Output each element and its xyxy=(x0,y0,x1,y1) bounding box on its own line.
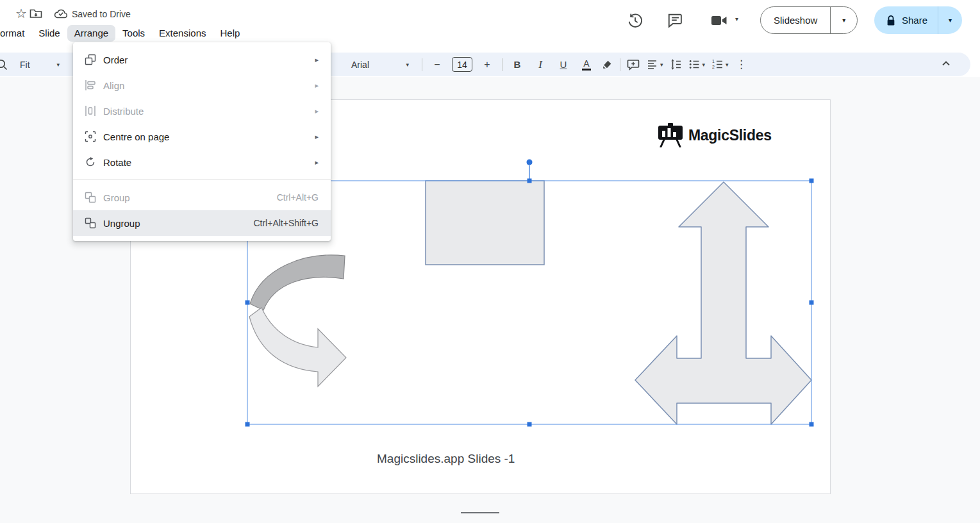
add-comment-icon[interactable] xyxy=(627,58,640,71)
bold-button[interactable]: B xyxy=(509,55,526,74)
align-control[interactable]: ▾ xyxy=(646,58,663,71)
submenu-arrow-icon: ▸ xyxy=(315,158,319,167)
menu-item-rotate[interactable]: Rotate ▸ xyxy=(73,149,331,175)
menu-extensions[interactable]: Extensions xyxy=(152,25,213,42)
share-button[interactable]: Share ▾ xyxy=(874,6,962,34)
menu-slide[interactable]: Slide xyxy=(31,25,67,42)
comments-icon[interactable] xyxy=(667,13,683,28)
bulleted-list-icon xyxy=(688,58,701,71)
move-to-folder-icon[interactable] xyxy=(29,8,42,19)
google-slides-app: MagicSlides Magicslides.app Slides -1 ☆ … xyxy=(0,0,980,523)
menu-separator xyxy=(73,179,331,180)
numbered-list-control[interactable]: 1 2 ▾ xyxy=(711,58,729,71)
decrease-font-size-button[interactable]: − xyxy=(429,55,445,74)
font-family-select[interactable]: Arial ▾ xyxy=(344,60,415,70)
star-icon[interactable]: ☆ xyxy=(15,6,27,21)
collapse-toolbar-icon[interactable] xyxy=(941,58,951,69)
speaker-notes-divider[interactable] xyxy=(461,512,499,513)
lock-icon xyxy=(886,15,896,26)
align-caret-icon: ▾ xyxy=(660,62,663,68)
toolbar-divider xyxy=(502,58,502,71)
align-icon xyxy=(646,58,658,71)
rectangle-shape[interactable] xyxy=(426,181,544,265)
font-family-value: Arial xyxy=(351,60,369,70)
grouped-shapes[interactable] xyxy=(249,181,811,424)
menubar: ormat Slide Arrange Tools Extensions Hel… xyxy=(0,24,247,42)
numbered-list-caret-icon: ▾ xyxy=(726,62,729,68)
zoom-fit-select[interactable]: Fit xyxy=(20,60,30,70)
distribute-icon xyxy=(85,105,96,117)
svg-text:2: 2 xyxy=(712,65,715,69)
meet-camera-icon[interactable] xyxy=(710,14,728,27)
bulleted-list-caret-icon: ▾ xyxy=(702,62,706,68)
order-icon xyxy=(85,54,96,65)
underline-button[interactable]: U xyxy=(555,55,572,74)
magicslides-logo-icon xyxy=(658,123,683,147)
toolbar-divider xyxy=(422,58,422,71)
more-options-icon[interactable]: ⋮ xyxy=(735,58,748,71)
rotate-icon xyxy=(85,156,96,168)
align-objects-icon xyxy=(85,79,96,91)
three-way-arrow-shape[interactable] xyxy=(635,182,811,424)
svg-text:1: 1 xyxy=(712,59,715,63)
menu-item-distribute: Distribute ▸ xyxy=(73,98,331,124)
highlight-color-icon[interactable] xyxy=(601,58,613,71)
meet-caret-icon[interactable]: ▾ xyxy=(735,15,738,22)
menu-item-align: Align ▸ xyxy=(73,72,331,98)
text-color-button[interactable]: A xyxy=(578,55,595,74)
line-spacing-icon[interactable] xyxy=(670,58,682,71)
submenu-arrow-icon: ▸ xyxy=(315,107,319,115)
numbered-list-icon: 1 2 xyxy=(711,58,724,71)
bulleted-list-control[interactable]: ▾ xyxy=(688,58,706,71)
italic-button[interactable]: I xyxy=(532,55,549,74)
slideshow-label[interactable]: Slideshow xyxy=(761,7,830,33)
saved-status-text: Saved to Drive xyxy=(72,9,131,19)
menu-tools[interactable]: Tools xyxy=(115,25,152,42)
group-icon xyxy=(85,192,96,203)
rotation-handle[interactable] xyxy=(527,160,533,165)
magicslides-logo[interactable]: MagicSlides xyxy=(658,123,772,147)
font-size-input[interactable]: 14 xyxy=(452,57,472,72)
slideshow-caret-icon[interactable]: ▾ xyxy=(830,7,857,33)
increase-font-size-button[interactable]: + xyxy=(479,55,495,74)
menu-item-centre-on-page[interactable]: Centre on page ▸ xyxy=(73,124,331,149)
slide-caption-text[interactable]: Magicslides.app Slides -1 xyxy=(377,452,515,466)
submenu-arrow-icon: ▸ xyxy=(315,133,319,141)
menu-item-order[interactable]: Order ▸ xyxy=(73,47,331,72)
submenu-arrow-icon: ▸ xyxy=(315,81,319,90)
logo-text: MagicSlides xyxy=(688,127,772,144)
zoom-fit-caret-icon[interactable]: ▾ xyxy=(57,62,60,68)
saved-to-drive-icon xyxy=(54,8,68,19)
ungroup-icon xyxy=(85,217,96,229)
menu-help[interactable]: Help xyxy=(213,25,247,42)
font-family-caret-icon: ▾ xyxy=(406,62,409,68)
submenu-arrow-icon: ▸ xyxy=(315,56,319,64)
curved-arrow-shape[interactable] xyxy=(249,308,346,386)
share-label: Share xyxy=(902,15,927,26)
zoom-icon[interactable] xyxy=(0,58,8,71)
slideshow-button[interactable]: Slideshow ▾ xyxy=(760,6,858,34)
arrange-menu-popup: Order ▸ Align ▸ Distribute ▸ xyxy=(73,42,331,241)
centre-on-page-icon xyxy=(85,131,96,142)
share-caret-icon[interactable]: ▾ xyxy=(938,6,962,34)
menu-item-ungroup[interactable]: Ungroup Ctrl+Alt+Shift+G xyxy=(73,210,331,236)
version-history-icon[interactable] xyxy=(627,12,644,29)
toolbar-divider xyxy=(620,58,620,71)
menu-item-group: Group Ctrl+Alt+G xyxy=(73,185,331,210)
menu-arrange[interactable]: Arrange xyxy=(67,25,115,42)
menu-format[interactable]: ormat xyxy=(0,25,31,42)
curved-band-shape[interactable] xyxy=(250,255,345,310)
